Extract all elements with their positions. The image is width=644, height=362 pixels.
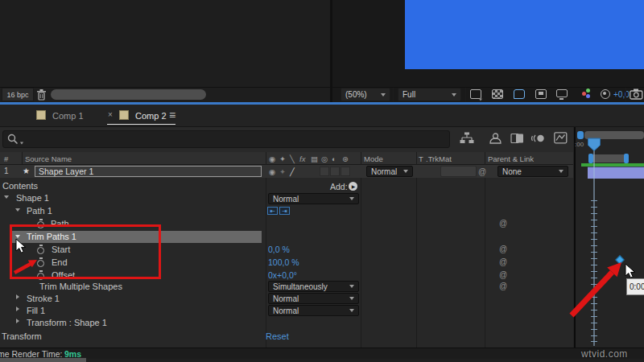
playhead-tick (591, 200, 597, 208)
comp-thumbnail-icon (36, 110, 46, 120)
path-pickwhip-icon[interactable]: @ (499, 219, 507, 228)
end-pickwhip-icon[interactable]: @ (499, 257, 507, 266)
trim-multiple-dropdown[interactable]: Simultaneously (268, 281, 359, 292)
start-pickwhip-icon[interactable]: @ (499, 245, 507, 253)
column-parent-link[interactable]: Parent & Link (488, 154, 534, 163)
tab-close-icon[interactable]: × (108, 110, 113, 119)
layer-mode-dropdown[interactable]: Normal (366, 166, 413, 177)
layer-name-box[interactable]: Shape Layer 1 (35, 166, 262, 177)
transform-reset-link[interactable]: Reset (266, 331, 289, 341)
bit-depth-button[interactable]: 16 bpc (2, 88, 34, 101)
playhead-marker[interactable] (587, 138, 601, 152)
chevron-down-icon (349, 285, 354, 288)
layer-switch-cell[interactable] (330, 167, 340, 176)
threed-switch-icon[interactable]: ⊛ (342, 154, 349, 163)
end-value[interactable]: 100,0 % (268, 257, 299, 267)
magnification-dropdown[interactable]: (50%) (341, 88, 390, 101)
bottom-scrollbar-thumb[interactable] (0, 358, 86, 362)
quality-switch-icon[interactable]: ╲ (290, 154, 295, 163)
tree-stroke1-label[interactable]: Stroke 1 (27, 294, 60, 303)
set-out-point-icon[interactable]: ⇥ (279, 207, 290, 215)
work-area-end-handle[interactable] (624, 154, 629, 163)
panel-menu-icon[interactable]: ≡ (169, 109, 175, 121)
layer-switch-cell[interactable] (341, 167, 350, 176)
shy-layers-icon[interactable] (489, 133, 502, 145)
frame-blending-icon[interactable] (510, 133, 524, 144)
twirl-closed-icon[interactable] (16, 319, 19, 323)
add-button[interactable]: ▶ (349, 182, 357, 191)
twirl-closed-icon[interactable] (16, 306, 19, 311)
trim-multiple-pickwhip-icon[interactable]: @ (499, 282, 507, 290)
view-layout-icon[interactable] (556, 89, 568, 97)
column-number[interactable]: # (4, 154, 8, 163)
twirl-closed-icon[interactable] (16, 294, 19, 299)
exposure-value[interactable]: +0,0 (613, 90, 630, 99)
layer-shy-icon[interactable]: ◉ (269, 167, 275, 176)
stroke1-blendmode-value: Normal (273, 294, 299, 303)
twirl-open-icon[interactable] (15, 208, 20, 212)
layer-switch-cell[interactable] (320, 167, 329, 176)
resolution-dropdown[interactable]: Full (398, 88, 461, 101)
layer-parent-dropdown[interactable]: None (497, 166, 568, 177)
stroke1-blendmode-dropdown[interactable]: Normal (268, 293, 359, 304)
layer-collapse-icon[interactable]: ✦ (279, 167, 286, 176)
fx-switch-icon[interactable]: fx (299, 154, 305, 163)
mask-visibility-icon[interactable] (535, 89, 547, 99)
column-t[interactable]: T (419, 154, 423, 163)
after-effects-window: 16 bpc (50%) Full +0,0 (0, 0, 644, 362)
rendered-frames-bar (581, 163, 644, 167)
trash-icon[interactable] (36, 88, 47, 101)
search-options-caret-icon[interactable] (20, 142, 23, 145)
trkmat-dropdown[interactable] (440, 166, 477, 177)
keyframe-tooltip: 0:00 (626, 278, 644, 295)
magnification-value: (50%) (345, 90, 367, 99)
transparency-grid-icon[interactable] (492, 89, 503, 99)
time-navigator-start-handle[interactable] (577, 131, 584, 139)
rgb-channels-icon[interactable] (582, 88, 592, 99)
fill1-blendmode-dropdown[interactable]: Normal (268, 305, 359, 316)
mini-flowchart-icon[interactable] (460, 132, 474, 145)
frame-blend-switch-icon[interactable]: ▤ (311, 154, 318, 163)
comp1-tab-label[interactable]: Comp 1 (52, 111, 84, 121)
graph-editor-icon[interactable] (554, 132, 568, 144)
tree-shape1-label[interactable]: Shape 1 (16, 193, 49, 203)
grid-guides-icon[interactable] (470, 89, 481, 99)
motion-blur-icon[interactable] (531, 133, 546, 144)
collapse-switch-icon[interactable]: ✦ (279, 154, 286, 163)
offset-pickwhip-icon[interactable]: @ (499, 270, 507, 279)
search-icon[interactable] (7, 134, 19, 146)
fill1-blendmode-value: Normal (273, 306, 299, 315)
layer-color-star-icon[interactable]: ★ (23, 167, 30, 175)
exposure-icon[interactable] (601, 89, 610, 99)
twirl-open-icon[interactable] (4, 195, 9, 199)
work-area-bar[interactable] (593, 154, 624, 162)
viewer-h-scrollbar[interactable] (51, 89, 206, 100)
column-mode[interactable]: Mode (364, 154, 383, 163)
tree-fill1-label[interactable]: Fill 1 (27, 306, 45, 315)
tree-path1-label[interactable]: Path 1 (27, 206, 52, 216)
column-trkmat[interactable]: .TrkMat (426, 154, 452, 163)
tree-transform-label[interactable]: Transform (2, 331, 42, 341)
layer-quality-icon[interactable]: ╱ (290, 167, 295, 176)
snapshot-camera-icon[interactable] (630, 88, 643, 100)
region-of-interest-icon[interactable] (514, 89, 525, 99)
motion-blur-switch-icon[interactable]: ◎ (321, 154, 328, 163)
search-input[interactable] (2, 130, 450, 148)
grid-guides-caret-icon (479, 99, 482, 101)
comp2-tab-label[interactable]: Comp 2 (135, 111, 167, 121)
composition-canvas[interactable] (405, 0, 644, 69)
adjustment-switch-icon[interactable]: ◐ (332, 154, 336, 163)
layer-duration-bar[interactable] (588, 167, 644, 179)
layer-pickwhip-icon[interactable]: @ (478, 167, 486, 176)
column-source-name[interactable]: Source Name (25, 154, 72, 163)
contents-label[interactable]: Contents (2, 181, 38, 191)
shape1-blendmode-dropdown[interactable]: Normal (268, 193, 359, 204)
chevron-down-icon (349, 309, 354, 312)
chevron-down-icon (349, 197, 354, 200)
tree-transform-shape1-label[interactable]: Transform : Shape 1 (27, 318, 107, 327)
set-in-point-icon[interactable]: ⇤ (267, 207, 278, 215)
bottom-scrollbar-track[interactable] (0, 359, 644, 362)
offset-value[interactable]: 0x+0,0° (268, 270, 297, 280)
video-switch-icon[interactable]: ◉ (269, 154, 275, 163)
start-value[interactable]: 0,0 % (268, 245, 290, 254)
